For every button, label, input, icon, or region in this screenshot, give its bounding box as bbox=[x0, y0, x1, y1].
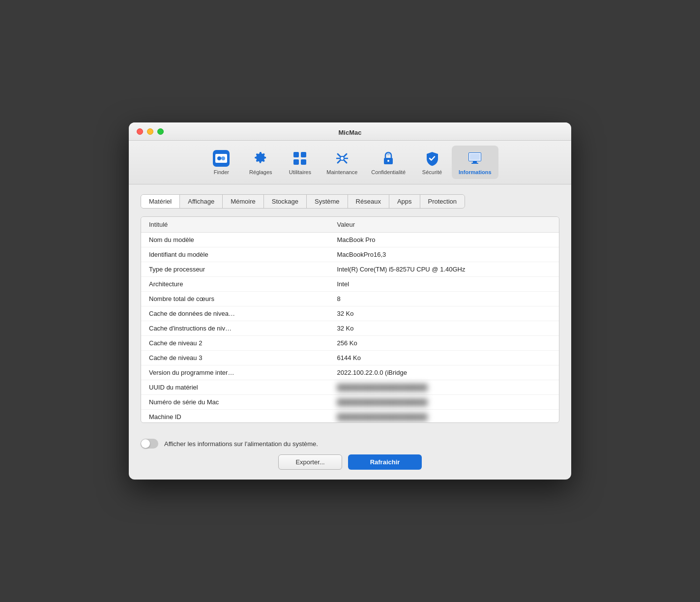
table-row: Cache de données de nivea…32 Ko bbox=[141, 306, 559, 321]
col-valeur: Valeur bbox=[329, 217, 559, 233]
cell-valeur: Intel(R) Core(TM) i5-8257U CPU @ 1.40GHz bbox=[329, 262, 559, 277]
securite-label: Sécurité bbox=[422, 169, 442, 175]
cell-valeur: MacBookPro16,3 bbox=[329, 247, 559, 262]
cell-valeur: ████████████████████ bbox=[329, 380, 559, 395]
tab-materiel[interactable]: Matériel bbox=[141, 195, 180, 208]
confidentialite-label: Confidentialité bbox=[371, 169, 406, 175]
power-info-toggle[interactable] bbox=[141, 439, 158, 449]
cell-intitule: Nom du modèle bbox=[141, 233, 329, 247]
table-row: Nom du modèleMacBook Pro bbox=[141, 233, 559, 247]
cell-intitule: UUID du matériel bbox=[141, 380, 329, 395]
cell-valeur: MacBook Pro bbox=[329, 233, 559, 247]
finder-label: Finder bbox=[214, 169, 229, 175]
app-window: MicMac :) Finder bbox=[129, 122, 571, 480]
toggle-knob bbox=[141, 439, 150, 448]
reglages-label: Réglages bbox=[249, 169, 272, 175]
cell-valeur: 6144 Ko bbox=[329, 351, 559, 365]
data-table[interactable]: Intitulé Valeur Nom du modèleMacBook Pro… bbox=[141, 216, 559, 423]
cell-intitule: Architecture bbox=[141, 277, 329, 292]
cell-valeur: 8 bbox=[329, 292, 559, 306]
toolbar-item-informations[interactable]: Informations bbox=[452, 146, 498, 179]
svg-rect-4 bbox=[218, 154, 220, 155]
monitor-icon bbox=[466, 150, 484, 167]
tab-protection[interactable]: Protection bbox=[420, 195, 465, 208]
maintenance-label: Maintenance bbox=[326, 169, 357, 175]
toolbar-item-confidentialite[interactable]: Confidentialité bbox=[364, 146, 412, 179]
settings-icon bbox=[252, 150, 269, 167]
table-row: Cache d'instructions de niv…32 Ko bbox=[141, 321, 559, 336]
cell-valeur: ████████████████████ bbox=[329, 395, 559, 410]
table-row: Identifiant du modèleMacBookPro16,3 bbox=[141, 247, 559, 262]
cell-valeur: ████████████████████ bbox=[329, 410, 559, 423]
tab-affichage[interactable]: Affichage bbox=[180, 195, 223, 208]
toolbar: :) Finder Réglages bbox=[129, 141, 571, 184]
cell-intitule: Nombre total de cœurs bbox=[141, 292, 329, 306]
tabs-bar: Matériel Affichage Mémoire Stockage Syst… bbox=[141, 194, 465, 209]
cell-intitule: Numéro de série du Mac bbox=[141, 395, 329, 410]
cell-valeur: 2022.100.22.0.0 (iBridge bbox=[329, 365, 559, 380]
cell-intitule: Version du programme inter… bbox=[141, 365, 329, 380]
table-row: Version du programme inter…2022.100.22.0… bbox=[141, 365, 559, 380]
svg-rect-22 bbox=[471, 163, 478, 164]
titlebar: MicMac bbox=[129, 122, 571, 141]
window-title: MicMac bbox=[137, 129, 563, 136]
cell-intitule: Cache de données de nivea… bbox=[141, 306, 329, 321]
tab-reseaux[interactable]: Réseaux bbox=[348, 195, 389, 208]
svg-point-12 bbox=[340, 156, 344, 160]
cell-valeur: 256 Ko bbox=[329, 336, 559, 351]
grid-icon bbox=[291, 150, 309, 167]
table-row: Type de processeurIntel(R) Core(TM) i5-8… bbox=[141, 262, 559, 277]
table-row: Nombre total de cœurs8 bbox=[141, 292, 559, 306]
svg-rect-9 bbox=[301, 159, 306, 165]
cell-intitule: Cache de niveau 2 bbox=[141, 336, 329, 351]
finder-icon: :) bbox=[212, 150, 230, 167]
toolbar-item-securite[interactable]: Sécurité bbox=[412, 146, 452, 179]
svg-rect-21 bbox=[473, 161, 477, 163]
tab-stockage[interactable]: Stockage bbox=[264, 195, 307, 208]
table-row: UUID du matériel████████████████████ bbox=[141, 380, 559, 395]
cell-valeur: 32 Ko bbox=[329, 321, 559, 336]
table-row: Machine ID████████████████████ bbox=[141, 410, 559, 423]
svg-text::): :) bbox=[220, 158, 222, 161]
table-row: Numéro de série du Mac██████████████████… bbox=[141, 395, 559, 410]
tab-memoire[interactable]: Mémoire bbox=[223, 195, 264, 208]
cell-valeur: Intel bbox=[329, 277, 559, 292]
bottom-bar: Afficher les informations sur l'alimenta… bbox=[129, 433, 571, 454]
svg-rect-23 bbox=[470, 154, 480, 160]
toggle-label: Afficher les informations sur l'alimenta… bbox=[164, 440, 559, 448]
cell-intitule: Cache d'instructions de niv… bbox=[141, 321, 329, 336]
cell-intitule: Machine ID bbox=[141, 410, 329, 423]
tab-systeme[interactable]: Système bbox=[307, 195, 348, 208]
informations-label: Informations bbox=[459, 169, 492, 175]
toolbar-item-maintenance[interactable]: Maintenance bbox=[320, 146, 364, 179]
svg-point-16 bbox=[387, 160, 389, 162]
svg-rect-7 bbox=[301, 152, 306, 157]
table-header: Intitulé Valeur bbox=[141, 217, 559, 233]
table-row: Cache de niveau 36144 Ko bbox=[141, 351, 559, 365]
col-intitule: Intitulé bbox=[141, 217, 329, 233]
cell-valeur: 32 Ko bbox=[329, 306, 559, 321]
toolbar-item-utilitaires[interactable]: Utilitaires bbox=[280, 146, 320, 179]
lock-icon bbox=[379, 150, 397, 167]
tab-apps[interactable]: Apps bbox=[389, 195, 420, 208]
table-row: Cache de niveau 2256 Ko bbox=[141, 336, 559, 351]
svg-point-17 bbox=[387, 152, 390, 155]
table-row: ArchitectureIntel bbox=[141, 277, 559, 292]
svg-rect-6 bbox=[293, 152, 299, 157]
toolbar-item-finder[interactable]: :) Finder bbox=[202, 146, 241, 179]
cell-intitule: Cache de niveau 3 bbox=[141, 351, 329, 365]
cell-intitule: Identifiant du modèle bbox=[141, 247, 329, 262]
utilitaires-label: Utilitaires bbox=[289, 169, 311, 175]
content-area: Matériel Affichage Mémoire Stockage Syst… bbox=[129, 184, 571, 433]
button-bar: Exporter... Rafraichir bbox=[129, 454, 571, 480]
svg-rect-8 bbox=[293, 159, 299, 165]
shield-icon bbox=[423, 150, 441, 167]
tools-icon bbox=[333, 150, 351, 167]
cell-intitule: Type de processeur bbox=[141, 262, 329, 277]
refresh-button[interactable]: Rafraichir bbox=[348, 454, 422, 470]
toolbar-item-reglages[interactable]: Réglages bbox=[241, 146, 280, 179]
export-button[interactable]: Exporter... bbox=[278, 454, 342, 470]
